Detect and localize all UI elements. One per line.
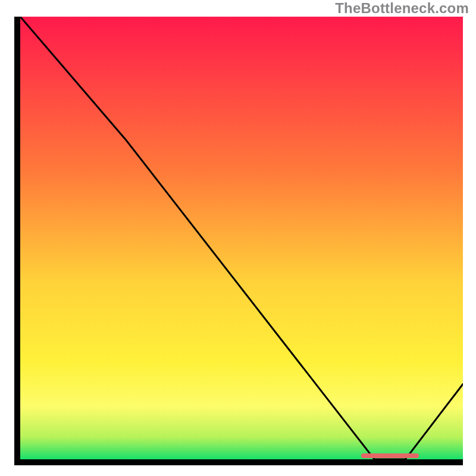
bottleneck-curve xyxy=(20,17,463,459)
optimal-range-marker xyxy=(361,453,419,458)
plot-area xyxy=(20,17,463,459)
plot-frame xyxy=(14,17,463,465)
chart-stage: TheBottleneck.com xyxy=(0,0,476,476)
watermark-text: TheBottleneck.com xyxy=(335,0,469,17)
